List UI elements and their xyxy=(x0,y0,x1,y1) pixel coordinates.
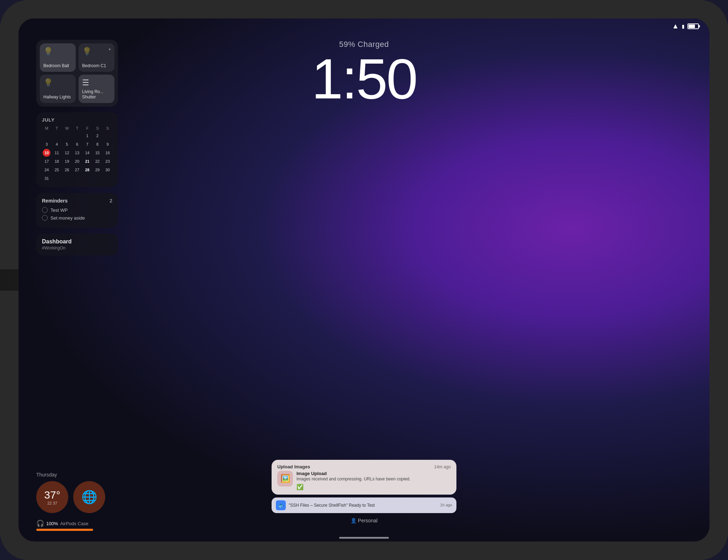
cal-header-mon: M xyxy=(42,125,52,131)
tile-label-bedroom-ball: Bedroom Ball xyxy=(43,63,72,68)
shutter-icon: ☰ xyxy=(82,78,111,87)
cal-day-14: 14 xyxy=(84,149,91,157)
reminders-count: 2 xyxy=(109,198,112,204)
control-tile-bedroom-c1[interactable]: 💡 ● Bedroom C1 xyxy=(79,43,114,72)
light-icon-bedroom-c1: 💡 xyxy=(82,47,92,56)
reminder-text-2: Set money aside xyxy=(50,215,85,221)
cal-header-thu: T xyxy=(73,125,82,131)
calendar-month: JULY xyxy=(42,117,112,123)
cal-day-9: 9 xyxy=(104,140,112,148)
cal-header-wed: W xyxy=(62,125,72,131)
cal-day-23: 23 xyxy=(104,157,112,165)
day-label: Thursday xyxy=(36,472,105,478)
cal-header-fri: F xyxy=(82,125,92,131)
reminder-text-1: Test WP xyxy=(50,208,68,213)
cal-day-6: 6 xyxy=(73,140,81,148)
control-tile-hallway-lights[interactable]: 💡 Hallway Lights xyxy=(40,75,76,103)
cal-day-24: 24 xyxy=(43,166,50,174)
notif-icon: 🖼️ xyxy=(280,474,290,483)
cal-day-19: 19 xyxy=(63,157,71,165)
notif-small-time: 1h ago xyxy=(440,503,452,507)
center-info: 59% Charged 1:50 xyxy=(311,40,416,107)
notes-title: Dashboard xyxy=(42,238,112,245)
status-bar: ▲ ▮ xyxy=(672,22,699,30)
airpods-icon: 🎧 xyxy=(36,519,44,527)
home-controls-widget: 💡 Bedroom Ball 💡 ● Bedroom C1 💡 Hallway … xyxy=(36,40,118,107)
cal-day-25: 25 xyxy=(53,166,61,174)
cal-day-13: 13 xyxy=(73,149,81,157)
cal-day-30: 30 xyxy=(104,166,112,174)
tile-extra-icon: ● xyxy=(108,47,111,51)
notification-bottom-bar: 👤 Personal xyxy=(272,517,456,524)
mystery-widget: 🌐 xyxy=(73,481,105,513)
signal-icon: ▮ xyxy=(682,23,685,29)
bottom-widgets-row: 37° 22 37 🌐 xyxy=(36,481,105,513)
cal-day-31: 31 xyxy=(43,174,50,182)
screen: ▲ ▮ 59% Charged 1:50 💡 Bedroom Ball xyxy=(18,18,710,542)
cal-header-tue: T xyxy=(52,125,62,131)
reminders-title: Reminders xyxy=(42,198,68,204)
airpods-header: 🎧 100% AirPods Case xyxy=(36,519,93,527)
notes-widget: Dashboard #WorkingOn xyxy=(36,233,118,255)
notif-app-name: Upload Images xyxy=(277,464,310,469)
notif-content: Image Upload Images received and compres… xyxy=(296,471,451,490)
cal-day-8: 8 xyxy=(93,140,101,148)
cal-day-16: 16 xyxy=(104,149,112,157)
calendar-grid: M T W T F S S 1 2 3 4 xyxy=(42,125,112,182)
calendar-widget: JULY M T W T F S S 1 2 xyxy=(36,112,118,187)
notif-main-body: 🖼️ Image Upload Images received and comp… xyxy=(277,471,451,490)
cal-day-15: 15 xyxy=(93,149,101,157)
cal-day-27: 27 xyxy=(73,166,81,174)
tile-label-living-room: Living Ro... Shutter xyxy=(82,89,111,99)
bottom-bar-label: Personal xyxy=(358,518,378,523)
weather-widget: 37° 22 37 xyxy=(36,481,68,513)
home-indicator xyxy=(339,537,389,539)
notification-main[interactable]: Upload Images 14m ago 🖼️ Image Upload Im… xyxy=(272,460,456,495)
notification-secondary[interactable]: 🐟 "SSH Files – Secure ShellFish" Ready t… xyxy=(272,497,456,513)
mystery-icon: 🌐 xyxy=(81,490,97,505)
bottom-left-section: Thursday 37° 22 37 🌐 xyxy=(36,472,105,513)
notif-time: 14m ago xyxy=(434,464,451,469)
widgets-panel: 💡 Bedroom Ball 💡 ● Bedroom C1 💡 Hallway … xyxy=(36,40,118,261)
light-icon-hallway: 💡 xyxy=(43,78,72,87)
clock-display: 1:50 xyxy=(311,50,416,107)
airpods-bar xyxy=(36,529,93,531)
cal-day-18: 18 xyxy=(53,157,61,165)
airpods-widget: 🎧 100% AirPods Case xyxy=(36,519,93,531)
airpods-percent: 100% xyxy=(46,521,58,526)
bottom-bar-icon: 👤 xyxy=(350,518,358,523)
reminder-item-2[interactable]: Set money aside xyxy=(42,215,112,221)
weather-temp: 37° xyxy=(44,489,60,501)
cal-day-17: 17 xyxy=(43,157,50,165)
tile-label-bedroom-c1: Bedroom C1 xyxy=(82,63,111,68)
notif-icon-wrap: 🖼️ xyxy=(277,471,293,486)
ipad-frame: ▲ ▮ 59% Charged 1:50 💡 Bedroom Ball xyxy=(0,0,728,560)
cal-day-21: 21 xyxy=(84,157,91,165)
cal-day-1: 1 xyxy=(84,132,91,140)
battery-icon xyxy=(687,23,699,29)
airpods-fill xyxy=(36,529,93,531)
light-icon-bedroom-ball: 💡 xyxy=(43,47,72,56)
control-tile-living-room-shutter[interactable]: ☰ Living Ro... Shutter xyxy=(79,75,114,103)
control-tile-bedroom-ball[interactable]: 💡 Bedroom Ball xyxy=(40,43,76,72)
cal-day-20: 20 xyxy=(73,157,81,165)
weather-range: 22 37 xyxy=(47,501,57,505)
cal-day-12: 12 xyxy=(63,149,71,157)
wifi-icon: ▲ xyxy=(672,22,679,30)
cal-day-28: 28 xyxy=(84,166,91,174)
tile-label-hallway: Hallway Lights xyxy=(43,95,72,99)
reminder-item-1[interactable]: Test WP xyxy=(42,207,112,213)
reminders-header: Reminders 2 xyxy=(42,198,112,204)
notif-title: Image Upload xyxy=(296,471,451,476)
notif-message: Images received and compressing. URLs ha… xyxy=(296,476,451,482)
cal-day-26: 26 xyxy=(63,166,71,174)
cal-day-11: 11 xyxy=(53,149,61,157)
cal-day-3: 3 xyxy=(43,140,50,148)
cal-day-10-today: 10 xyxy=(43,149,50,157)
notifications-area: Upload Images 14m ago 🖼️ Image Upload Im… xyxy=(272,460,456,524)
cal-day-22: 22 xyxy=(93,157,101,165)
notes-subtitle: #WorkingOn xyxy=(42,246,112,251)
notif-small-text: "SSH Files – Secure ShellFish" Ready to … xyxy=(289,503,452,508)
reminder-circle-1 xyxy=(42,207,48,213)
cal-day-4: 4 xyxy=(53,140,61,148)
